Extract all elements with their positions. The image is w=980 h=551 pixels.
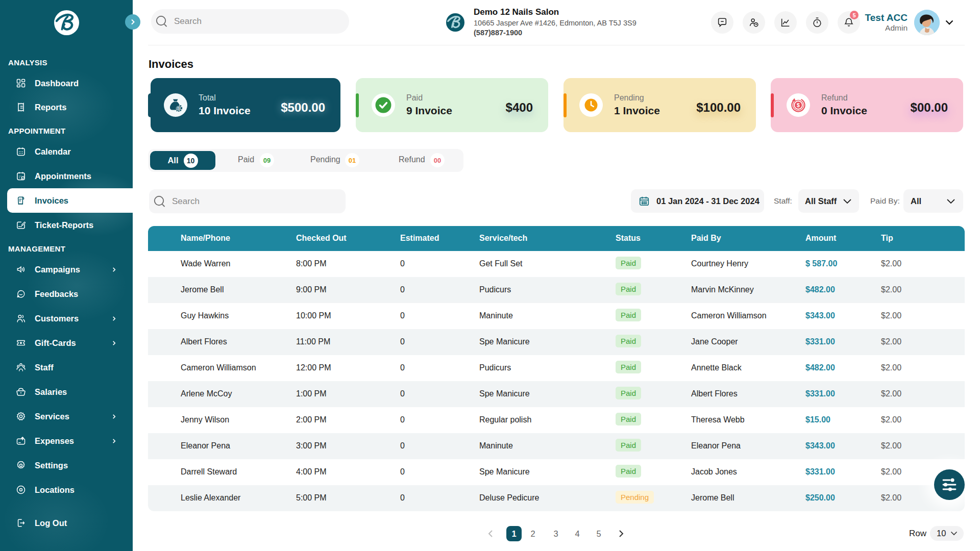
svg-text:$: $ [178, 106, 180, 110]
svg-text:$: $ [797, 102, 800, 108]
